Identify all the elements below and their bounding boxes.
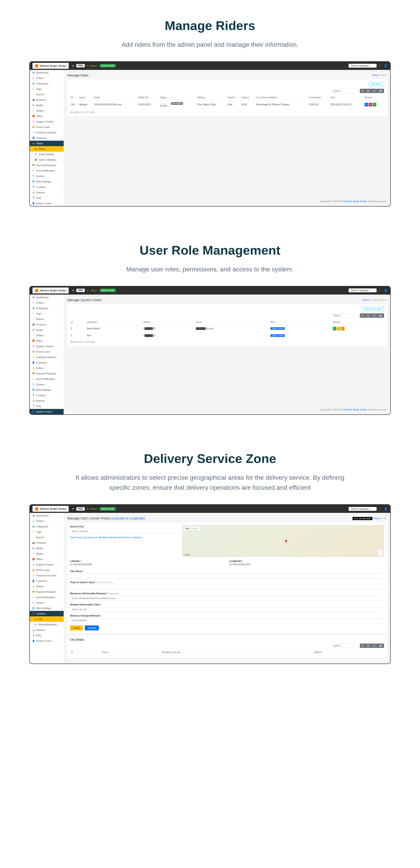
sidebar-item-sliders[interactable]: ≡Sliders xyxy=(30,551,64,556)
search-input[interactable] xyxy=(331,644,358,648)
export-icon[interactable]: ⇩▾ xyxy=(371,644,377,648)
breadcrumb-link[interactable]: Home xyxy=(374,517,381,520)
language-select[interactable]: Select Language ▾ xyxy=(348,507,376,511)
sidebar-item-categories[interactable]: ▣Categories‹ xyxy=(30,305,64,311)
add-user-button[interactable]: Add System User xyxy=(361,307,384,311)
perm-icon[interactable]: 🔒 xyxy=(337,327,340,331)
sidebar-item-media[interactable]: 🖼Media xyxy=(30,546,64,551)
view-icon[interactable]: + xyxy=(373,103,376,106)
columns-icon[interactable]: ▤▾ xyxy=(377,89,384,93)
sidebar-item-reports[interactable]: 📊Reports‹ xyxy=(30,627,64,633)
sidebar-item-customer[interactable]: 👤Customer‹ xyxy=(30,135,64,141)
sidebar-item-location[interactable]: 📍Location‹ xyxy=(30,611,64,616)
location-selector[interactable]: bhuj ▾ xyxy=(91,64,97,67)
sidebar-item-offers[interactable]: 🎁Offers xyxy=(30,338,64,344)
add-rider-button[interactable]: Add Rider xyxy=(369,82,384,87)
sidebar-item-products[interactable]: 📦Products‹ xyxy=(30,322,64,327)
help-badge[interactable]: How city will work? xyxy=(353,517,372,520)
sidebar-item-branch[interactable]: ⑂Branch xyxy=(30,535,64,540)
sidebar-item-products[interactable]: 📦Products‹ xyxy=(30,540,64,546)
sidebar-item-customer[interactable]: 👤Customer‹ xyxy=(30,360,64,365)
footer-link[interactable]: eRestro Single Vendor xyxy=(344,408,367,411)
sidebar-item-system-users[interactable]: 👤System Users xyxy=(30,638,64,644)
sidebar-item-orders[interactable]: 🛒Orders xyxy=(30,300,64,305)
pos-button[interactable]: POS xyxy=(76,507,85,510)
method-select[interactable] xyxy=(70,618,384,623)
menu-icon[interactable]: ≡ xyxy=(72,507,74,510)
sidebar-item-featured-sections[interactable]: ★Featured Sections‹ xyxy=(30,130,64,135)
sidebar-item-payment-request[interactable]: 💳Payment Request xyxy=(30,589,64,594)
sidebar-item-web-settings[interactable]: 🌐Web Settings‹ xyxy=(30,387,64,393)
toggle-icon[interactable]: ⊞ xyxy=(365,313,371,318)
columns-icon[interactable]: ▤▾ xyxy=(377,313,384,318)
sidebar-item-web-settings[interactable]: 🌐Web Settings‹ xyxy=(30,606,64,611)
toggle-icon[interactable]: ⊞ xyxy=(365,644,371,648)
language-select[interactable]: Select Language ▾ xyxy=(348,288,376,292)
user-icon[interactable]: 👤 xyxy=(384,289,388,292)
sidebar-item-categories[interactable]: ▣Categories‹ xyxy=(30,81,64,86)
pos-button[interactable]: POS xyxy=(76,64,85,67)
location-selector[interactable]: bhuj ▾ xyxy=(91,289,97,292)
sidebar-item-system-users[interactable]: 👤System Users xyxy=(30,409,64,414)
sidebar-item-featured-sections[interactable]: ★Featured Sections‹ xyxy=(30,354,64,360)
sidebar-item-media[interactable]: 🖼Media xyxy=(30,327,64,333)
refresh-icon[interactable]: ⟳ xyxy=(360,89,365,93)
sidebar-item-support-tickets[interactable]: ✉Support Tickets‹ xyxy=(30,344,64,349)
map[interactable]: Map Satellite 📍 +− Google xyxy=(182,525,384,557)
sidebar-item-tags[interactable]: 🏷Tags xyxy=(30,311,64,316)
sidebar-item-system-users[interactable]: 👤System Users xyxy=(30,200,64,206)
cities-input[interactable] xyxy=(70,607,384,612)
sidebar-item-riders[interactable]: 🏍Riders xyxy=(30,146,64,152)
sidebar-item-cash-collection[interactable]: ▣Cash Collection xyxy=(30,157,64,162)
sidebar-item-support-tickets[interactable]: ✉Support Tickets‹ xyxy=(30,562,64,567)
export-icon[interactable]: ⇩▾ xyxy=(371,89,377,93)
sidebar-item-promo-code[interactable]: 🔥Promo code xyxy=(30,124,64,130)
theme-toggle-icon[interactable]: ☾ xyxy=(379,507,382,510)
sidebar-item-send-notification[interactable]: ✈Send Notification xyxy=(30,594,64,600)
search-input[interactable] xyxy=(331,89,358,93)
sidebar-item-riders[interactable]: 🏍Riders‹ xyxy=(30,584,64,589)
breadcrumb-link[interactable]: Home xyxy=(372,74,379,76)
brand[interactable]: eRestro Single Vendor xyxy=(32,506,68,512)
user-icon[interactable]: 👤 xyxy=(384,507,388,510)
sidebar-item-support-tickets[interactable]: ✉Support Tickets‹ xyxy=(30,119,64,124)
toggle-icon[interactable]: ⊞ xyxy=(365,89,371,93)
map-zoom[interactable]: +− xyxy=(378,549,383,556)
delete-icon[interactable]: ✕ xyxy=(369,103,372,106)
sidebar-item-riders[interactable]: 🏍Riders‹ xyxy=(30,141,64,146)
heart-icon[interactable]: ♥ xyxy=(87,507,89,510)
language-select[interactable]: Select Language ▾ xyxy=(348,64,376,68)
sidebar-item-system[interactable]: 🔧System xyxy=(30,382,64,387)
breadcrumb-link[interactable]: Home xyxy=(363,299,369,301)
brand[interactable]: eRestro Single Vendor xyxy=(32,63,68,69)
sidebar-item-customer[interactable]: 👤Customer‹ xyxy=(30,578,64,584)
edit-icon[interactable]: ✎ xyxy=(333,327,336,331)
sidebar-item-deliverable-area[interactable]: ●Deliverable Area xyxy=(30,622,64,627)
sidebar-item-promo-code[interactable]: 🔥Promo code xyxy=(30,567,64,573)
export-icon[interactable]: ⇩▾ xyxy=(371,313,377,318)
sidebar-item-send-notification[interactable]: ✈Send Notification xyxy=(30,376,64,382)
sidebar-item-dashboard[interactable]: ▦Dashboard xyxy=(30,513,64,518)
sidebar-item-dashboard[interactable]: ▦Dashboard xyxy=(30,294,64,300)
sidebar-item-riders[interactable]: 🏍Riders‹ xyxy=(30,365,64,371)
user-icon[interactable]: 👤 xyxy=(384,64,388,67)
pos-button[interactable]: POS xyxy=(76,289,85,292)
sidebar-item-system[interactable]: 🔧System xyxy=(30,600,64,606)
key-icon[interactable]: 🔑 xyxy=(341,327,344,331)
sidebar-item-fund-transfer[interactable]: ₹Fund Transfer xyxy=(30,152,64,157)
sidebar-item-reports[interactable]: 📊Reports‹ xyxy=(30,398,64,403)
sidebar-item-offers[interactable]: 🎁Offers xyxy=(30,556,64,562)
sidebar-item-payment-request[interactable]: 💳Payment Request xyxy=(30,371,64,376)
menu-icon[interactable]: ≡ xyxy=(72,289,74,292)
menu-icon[interactable]: ≡ xyxy=(72,64,74,68)
sidebar-item-payment-request[interactable]: 💳Payment Request xyxy=(30,162,64,168)
theme-toggle-icon[interactable]: ☾ xyxy=(379,289,382,292)
sidebar-item-city[interactable]: ●City xyxy=(30,616,64,622)
dist-input[interactable] xyxy=(70,596,384,601)
search-city-input[interactable] xyxy=(70,529,180,534)
sidebar-item-offers[interactable]: 🎁Offers xyxy=(30,114,64,119)
sidebar-item-tags[interactable]: 🏷Tags xyxy=(30,86,64,92)
sidebar-item-reports[interactable]: 📊Reports‹ xyxy=(30,190,64,195)
sidebar-item-branch[interactable]: ⑂Branch xyxy=(30,92,64,97)
sidebar-item-sliders[interactable]: ≡Sliders xyxy=(30,108,64,114)
